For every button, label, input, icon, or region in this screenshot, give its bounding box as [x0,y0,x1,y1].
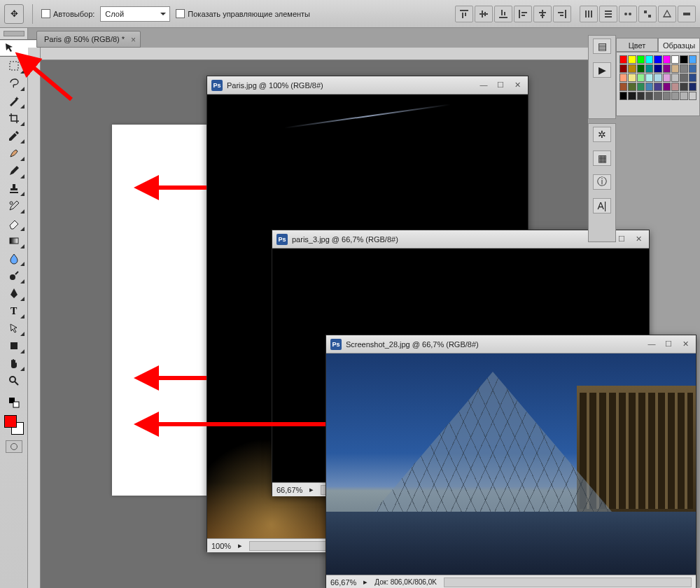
swatch[interactable] [628,64,636,73]
swatch[interactable] [680,92,687,100]
swatch[interactable] [689,55,696,64]
status-icon[interactable]: ▸ [309,485,314,494]
zoom-tool[interactable] [3,372,25,389]
swatch[interactable] [654,83,662,91]
window-titlebar[interactable]: Ps Screenshot_28.jpg @ 66,7% (RGB/8#) — … [326,335,696,354]
arrow-icon[interactable]: ▶ [593,62,611,78]
swatch[interactable] [637,83,645,91]
distribute-6-icon[interactable] [678,6,696,22]
swatch[interactable] [671,92,679,100]
align-hcenter-icon[interactable] [533,6,552,22]
navigator-icon[interactable]: ✲ [593,127,611,142]
path-selection-tool[interactable] [3,319,25,337]
minimize-icon[interactable]: — [645,340,658,349]
swatch[interactable] [689,74,696,82]
brush-tool[interactable] [3,162,25,179]
panel-grip[interactable] [4,31,24,36]
image-window-screenshot28[interactable]: Ps Screenshot_28.jpg @ 66,7% (RGB/8#) — … [326,335,696,588]
maximize-icon[interactable]: ☐ [615,234,628,244]
distribute-3-icon[interactable] [619,6,637,22]
color-swatches[interactable] [3,414,25,436]
swatch[interactable] [645,64,653,73]
scrollbar[interactable] [444,578,692,587]
type-tool[interactable]: T [3,302,25,319]
shape-tool[interactable] [3,337,25,354]
swatch[interactable] [663,55,671,64]
swatch[interactable] [620,64,627,73]
swatch[interactable] [663,92,671,100]
swatch[interactable] [620,92,627,100]
swatch[interactable] [671,74,679,82]
pen-tool[interactable] [3,284,25,302]
default-colors-icon[interactable] [3,393,25,411]
hand-tool[interactable] [3,354,25,372]
swatch[interactable] [620,83,627,91]
swatch[interactable] [654,74,662,82]
swatch[interactable] [689,83,696,91]
window-titlebar[interactable]: Ps Paris.jpg @ 100% (RGB/8#) — ☐ ✕ [207,76,528,94]
distribute-1-icon[interactable] [580,6,598,22]
info-icon[interactable]: ⓘ [593,174,611,190]
align-top-icon[interactable] [455,6,473,22]
maximize-icon[interactable]: ☐ [662,340,675,349]
swatch[interactable] [654,64,662,73]
healing-brush-tool[interactable] [3,144,25,162]
lasso-tool[interactable] [3,74,25,92]
eyedropper-tool[interactable] [3,127,25,144]
histogram-icon[interactable]: ▦ [593,150,611,166]
swatch[interactable] [637,92,645,100]
align-bottom-icon[interactable] [494,6,512,22]
swatch[interactable] [680,74,687,82]
minimize-icon[interactable]: — [477,80,490,90]
auto-select-checkbox[interactable]: Автовыбор: [41,9,94,18]
close-tab-icon[interactable]: × [131,35,136,45]
swatch[interactable] [671,55,679,64]
swatch[interactable] [689,92,696,100]
swatch[interactable] [663,83,671,91]
character-icon[interactable]: A| [593,198,611,214]
swatch[interactable] [628,74,636,82]
swatch[interactable] [645,55,653,64]
distribute-2-icon[interactable] [599,6,617,22]
swatch[interactable] [637,55,645,64]
distribute-4-icon[interactable] [638,6,657,22]
status-icon[interactable]: ▸ [238,541,242,550]
wand-tool[interactable] [3,92,25,109]
maximize-icon[interactable]: ☐ [494,80,507,90]
swatch[interactable] [628,92,636,100]
status-icon[interactable]: ▸ [363,578,368,587]
tab-color[interactable]: Цвет [616,38,658,52]
crop-tool[interactable] [3,109,25,127]
align-vcenter-icon[interactable] [475,6,493,22]
align-right-icon[interactable] [553,6,571,22]
swatch[interactable] [689,64,696,73]
swatch[interactable] [645,83,653,91]
close-icon[interactable]: ✕ [511,80,524,90]
swatch[interactable] [680,83,687,91]
distribute-5-icon[interactable] [658,6,676,22]
quick-mask-toggle[interactable] [6,440,22,453]
show-transform-checkbox[interactable]: Показать управляющие элементы [176,9,310,18]
document-tab[interactable]: Paris @ 50% (RGB/8) * × [36,31,141,48]
gradient-tool[interactable] [3,232,25,249]
auto-select-dropdown[interactable]: Слой [100,6,170,22]
swatch[interactable] [645,74,653,82]
swatch[interactable] [663,74,671,82]
history-brush-tool[interactable] [3,197,25,214]
foreground-color-swatch[interactable] [4,415,17,428]
close-icon[interactable]: ✕ [632,234,645,244]
tab-swatches[interactable]: Образцы [658,38,700,52]
swatch[interactable] [671,83,679,91]
swatch[interactable] [680,55,687,64]
swatch[interactable] [637,64,645,73]
swatch[interactable] [637,74,645,82]
eraser-tool[interactable] [3,214,25,232]
layers-icon[interactable]: ▤ [593,38,611,54]
close-icon[interactable]: ✕ [679,340,692,349]
marquee-tool[interactable] [3,57,25,74]
swatch[interactable] [620,55,627,64]
stamp-tool[interactable] [3,179,25,197]
swatch[interactable] [645,92,653,100]
swatch[interactable] [654,92,662,100]
swatch[interactable] [671,64,679,73]
